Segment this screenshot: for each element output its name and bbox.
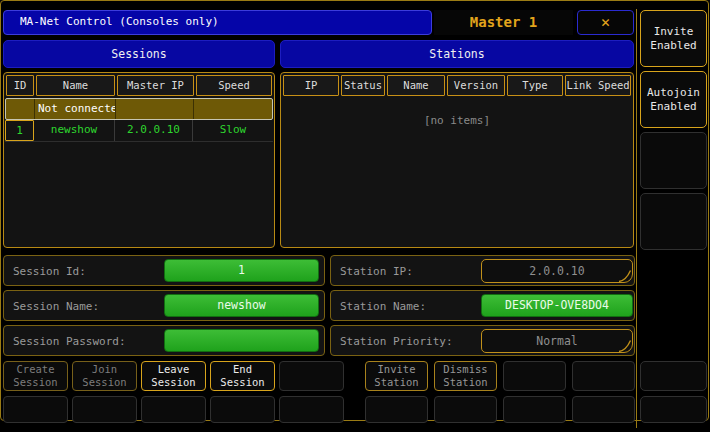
stations-table: IP Status Name Version Type Link Speed [… xyxy=(280,72,634,248)
autojoin-enabled-toggle[interactable]: Autojoin Enabled xyxy=(640,71,707,128)
empty-button xyxy=(572,396,635,423)
empty-button xyxy=(210,396,275,423)
session-password-row: Session Password: xyxy=(3,325,325,356)
empty-button xyxy=(640,193,707,250)
empty-button xyxy=(640,396,707,423)
empty-button xyxy=(503,396,566,423)
station-ip-label: Station IP: xyxy=(340,264,413,277)
sessions-section-title: Sessions xyxy=(3,40,275,68)
column-header-name[interactable]: Name xyxy=(387,75,445,96)
column-header-link-speed[interactable]: Link Speed xyxy=(565,75,631,96)
station-priority-value: Normal xyxy=(536,334,578,348)
dismiss-station-button[interactable]: Dismiss Station xyxy=(434,361,497,391)
cell-speed: Slow xyxy=(193,120,273,141)
dropdown-curl-icon xyxy=(618,269,632,283)
cell-master-ip: 2.0.0.10 xyxy=(115,120,193,141)
station-ip-dropdown[interactable]: 2.0.0.10 xyxy=(481,259,633,283)
end-session-button[interactable]: End Session xyxy=(210,361,275,391)
create-session-button[interactable]: Create Session xyxy=(3,361,68,391)
session-id-label: Session Id: xyxy=(13,264,86,277)
stations-table-header: IP Status Name Version Type Link Speed xyxy=(281,73,633,96)
stations-empty-placeholder: [no items] xyxy=(281,114,633,127)
stations-section-title: Stations xyxy=(280,40,634,68)
column-header-ip[interactable]: IP xyxy=(283,75,339,96)
join-session-button[interactable]: Join Session xyxy=(72,361,137,391)
empty-button xyxy=(640,361,707,391)
station-priority-dropdown[interactable]: Normal xyxy=(481,329,633,353)
station-name-row: Station Name: DESKTOP-OVE8DO4 xyxy=(330,290,635,321)
session-row-selected[interactable]: Not connecte xyxy=(5,98,273,120)
station-priority-label: Station Priority: xyxy=(340,334,453,347)
session-name-label: Session Name: xyxy=(13,299,99,312)
empty-button xyxy=(640,132,707,189)
dropdown-curl-icon xyxy=(618,339,632,353)
leave-session-button[interactable]: Leave Session xyxy=(141,361,206,391)
station-ip-value: 2.0.0.10 xyxy=(529,264,584,278)
station-name-field[interactable]: DESKTOP-OVE8DO4 xyxy=(481,294,633,317)
cell-id-focused[interactable]: 1 xyxy=(5,120,34,141)
column-header-type[interactable]: Type xyxy=(507,75,563,96)
empty-button xyxy=(434,396,497,423)
manet-control-screen: MA-Net Control (Consoles only) Master 1 … xyxy=(0,0,710,432)
empty-button xyxy=(279,396,344,423)
session-name-field[interactable]: newshow xyxy=(164,294,319,317)
session-master-badge[interactable]: Master 1 xyxy=(434,10,573,35)
invite-station-button[interactable]: Invite Station xyxy=(365,361,428,391)
close-icon[interactable]: ✕ xyxy=(577,10,634,35)
column-header-speed[interactable]: Speed xyxy=(196,75,272,96)
cell-master-ip xyxy=(116,99,194,119)
sessions-table: ID Name Master IP Speed Not connecte 1 n… xyxy=(3,72,275,248)
cell-speed xyxy=(194,99,272,119)
empty-button xyxy=(72,396,137,423)
invite-enabled-toggle[interactable]: Invite Enabled xyxy=(640,10,707,67)
column-header-status[interactable]: Status xyxy=(341,75,385,96)
session-name-row: Session Name: newshow xyxy=(3,290,325,321)
empty-button xyxy=(503,361,566,391)
session-password-field[interactable] xyxy=(164,329,319,352)
cell-id xyxy=(6,99,35,119)
station-priority-row: Station Priority: Normal xyxy=(330,325,635,356)
sidebar-divider xyxy=(636,9,637,428)
empty-button xyxy=(365,396,428,423)
session-id-field[interactable]: 1 xyxy=(164,259,319,282)
empty-button xyxy=(3,396,68,423)
empty-button xyxy=(572,361,635,391)
empty-button xyxy=(141,396,206,423)
column-header-id[interactable]: ID xyxy=(6,75,34,96)
station-name-label: Station Name: xyxy=(340,299,426,312)
cell-name: newshow xyxy=(34,120,115,141)
station-ip-row: Station IP: 2.0.0.10 xyxy=(330,255,635,286)
column-header-name[interactable]: Name xyxy=(36,75,115,96)
column-header-version[interactable]: Version xyxy=(447,75,505,96)
empty-button xyxy=(279,361,344,391)
cell-name: Not connecte xyxy=(35,99,116,119)
session-row[interactable]: 1 newshow 2.0.0.10 Slow xyxy=(5,120,273,142)
column-header-master-ip[interactable]: Master IP xyxy=(117,75,194,96)
session-id-row: Session Id: 1 xyxy=(3,255,325,286)
sessions-table-header: ID Name Master IP Speed xyxy=(4,73,274,96)
window-title[interactable]: MA-Net Control (Consoles only) xyxy=(3,10,432,35)
session-password-label: Session Password: xyxy=(13,334,126,347)
